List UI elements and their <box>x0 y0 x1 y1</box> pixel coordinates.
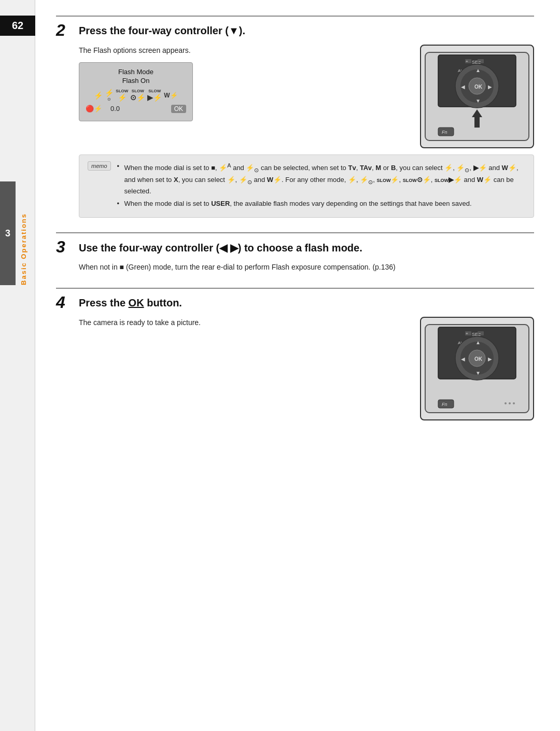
step-2-header: 2 Press the four-way controller (▼). <box>56 16 534 38</box>
step-2-camera-image: SEL + − AUTO OK <box>420 45 534 148</box>
flash-ok-btn: OK <box>171 105 186 113</box>
step-2-number: 2 <box>56 22 72 38</box>
flash-icon-w: W⚡ <box>164 92 177 99</box>
chapter-number: 3 <box>5 228 10 239</box>
step-2-title: Press the four-way controller (▼). <box>79 22 534 37</box>
flash-appears-text: The Flash options screen appears. <box>79 45 404 56</box>
camera-top-view: SEL + − AUTO OK <box>420 45 534 148</box>
svg-text:−: − <box>479 59 481 64</box>
svg-text:+: + <box>466 331 468 336</box>
flash-icon-slow2: SLOW ⊙⚡ <box>130 89 145 102</box>
chapter-tab: 3 <box>0 181 16 285</box>
flash-on-label: Flash On <box>86 77 186 85</box>
step-4-title-post: button. <box>144 297 182 308</box>
step-4-title: Press the OK button. <box>79 294 534 309</box>
step-3-number: 3 <box>56 238 72 255</box>
memo-item-1: When the mode dial is set to ■, ⚡A and ⚡… <box>117 161 525 196</box>
flash-icons-row2: 🔴⚡ 0.0 OK <box>86 105 186 113</box>
main-content: 2 Press the four-way controller (▼). The… <box>35 0 560 731</box>
camera-bottom-svg: SEL + − AUTO OK <box>423 319 531 418</box>
svg-text:−: − <box>479 331 481 336</box>
memo-badge: memo <box>88 161 111 171</box>
camera-bottom-view: SEL + − AUTO OK <box>420 317 534 420</box>
memo-item-2: When the mode dial is set to USER, the a… <box>117 199 525 209</box>
step-2-section: 2 Press the four-way controller (▼). The… <box>56 16 534 218</box>
svg-text:Fn: Fn <box>442 130 447 135</box>
flash-ok-label: OK <box>171 105 186 113</box>
step-4-ok: OK <box>129 297 144 309</box>
step-2-text-col: The Flash options screen appears. Flash … <box>79 45 404 121</box>
svg-point-39 <box>509 402 511 404</box>
step-4-camera-image: SEL + − AUTO OK <box>420 317 534 420</box>
svg-text:▼: ▼ <box>475 98 481 104</box>
svg-text:▼: ▼ <box>475 370 481 376</box>
memo-text: When the mode dial is set to ■, ⚡A and ⚡… <box>117 161 525 211</box>
step-4-body-text: The camera is ready to take a picture. <box>79 317 404 328</box>
flash-icon-2: ⚡ ⊙ <box>105 89 114 102</box>
step-4-header: 4 Press the OK button. <box>56 288 534 311</box>
svg-rect-19 <box>474 117 480 128</box>
svg-text:OK: OK <box>474 84 483 90</box>
svg-text:OK: OK <box>474 356 483 362</box>
step-4-number: 4 <box>56 294 72 311</box>
page-number: 62 <box>0 16 35 36</box>
svg-text:Fn: Fn <box>442 402 447 407</box>
sidebar: 62 3 Basic Operations <box>0 0 35 731</box>
memo-box: memo When the mode dial is set to ■, ⚡A … <box>79 154 534 218</box>
svg-text:◀: ◀ <box>461 356 465 362</box>
step-3-section: 3 Use the four-way controller (◀ ▶) to c… <box>56 232 534 273</box>
step-3-body-text: When not in ■ (Green) mode, turn the rea… <box>79 261 534 273</box>
step-3-title: Use the four-way controller (◀ ▶) to cho… <box>79 238 534 254</box>
svg-text:▶: ▶ <box>488 356 492 362</box>
memo-list: When the mode dial is set to ■, ⚡A and ⚡… <box>117 161 525 209</box>
flash-icon-red-eye: 🔴⚡ <box>86 105 102 113</box>
step-2-body: The Flash options screen appears. Flash … <box>79 45 534 148</box>
flash-mode-label: Flash Mode <box>86 68 186 76</box>
flash-icons-row1: ⚡ ⚡ ⊙ SLOW ⚡ <box>86 89 186 102</box>
flash-icon-slow1: SLOW ⚡ <box>116 89 128 102</box>
flash-icon-1: ⚡ <box>94 91 103 100</box>
step-3-body: When not in ■ (Green) mode, turn the rea… <box>79 261 534 273</box>
svg-text:▲: ▲ <box>475 340 481 345</box>
flash-value: 0.0 <box>110 105 120 113</box>
svg-text:+: + <box>466 59 468 64</box>
svg-point-38 <box>505 402 507 404</box>
chapter-label: Basic Operations <box>20 213 27 285</box>
flash-icon-slow3: SLOW ▶⚡ <box>147 89 162 102</box>
svg-text:◀: ◀ <box>461 84 465 90</box>
step-4-text-col: The camera is ready to take a picture. <box>79 317 404 328</box>
flash-mode-screen: Flash Mode Flash On ⚡ ⚡ ⊙ <box>79 62 193 121</box>
step-4-title-pre: Press the <box>79 297 129 308</box>
camera-svg: SEL + − AUTO OK <box>423 47 531 146</box>
svg-text:▶: ▶ <box>488 84 492 90</box>
svg-point-40 <box>513 402 515 404</box>
step-4-body: The camera is ready to take a picture. S… <box>79 317 534 420</box>
chapter-label-area: Basic Operations <box>18 197 29 301</box>
step-3-header: 3 Use the four-way controller (◀ ▶) to c… <box>56 232 534 255</box>
step-4-section: 4 Press the OK button. The camera is rea… <box>56 288 534 420</box>
svg-text:▲: ▲ <box>475 67 481 73</box>
